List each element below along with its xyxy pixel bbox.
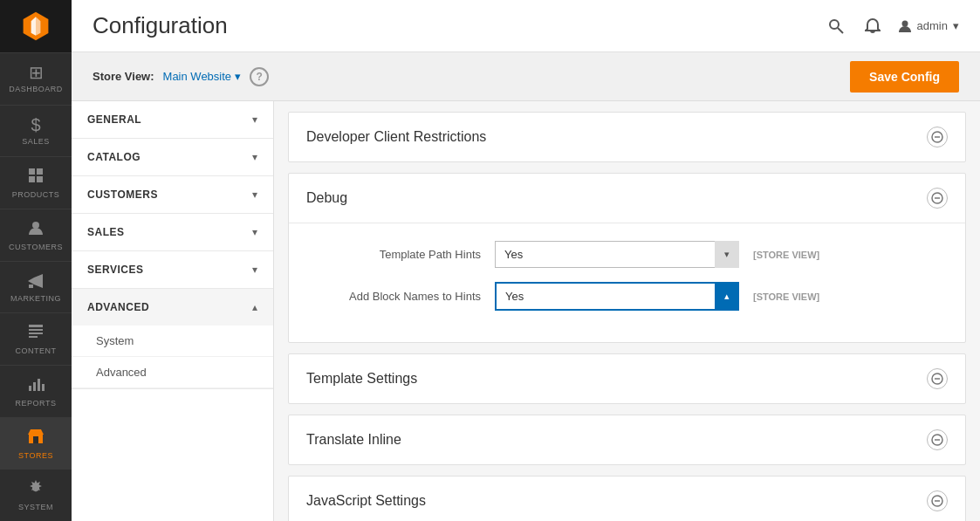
- template-path-hints-label: Template Path Hints: [306, 248, 481, 261]
- chevron-down-icon: ▾: [252, 264, 257, 276]
- config-section-header-debug[interactable]: Debug: [289, 174, 965, 223]
- admin-menu-button[interactable]: admin ▾: [898, 19, 959, 33]
- sidebar-item-label: PRODUCTS: [12, 190, 60, 199]
- sidebar-item-label: SALES: [22, 137, 50, 146]
- help-icon[interactable]: ?: [250, 67, 269, 86]
- template-path-hints-select[interactable]: Yes No: [495, 241, 739, 268]
- sidebar-item-label: REPORTS: [16, 399, 57, 408]
- svg-rect-15: [29, 386, 31, 391]
- products-icon: [27, 167, 45, 187]
- config-section-title-template-settings: Template Settings: [306, 371, 417, 387]
- config-row-template-path-hints: Template Path Hints Yes No ▾ [STORE VIEW…: [306, 241, 948, 268]
- search-button[interactable]: [825, 15, 847, 38]
- config-section-toggle-template-settings[interactable]: [927, 368, 948, 389]
- reports-icon: [27, 375, 45, 395]
- page-title: Configuration: [93, 12, 228, 39]
- config-row-add-block-names: Add Block Names to Hints Yes No ▴ [STORE…: [306, 282, 948, 311]
- sidebar-item-customers[interactable]: CUSTOMERS: [0, 209, 72, 261]
- svg-point-22: [830, 20, 839, 29]
- store-view-group: Store View: Main Website ▾ ?: [93, 67, 269, 86]
- svg-marker-9: [34, 274, 43, 288]
- collapse-icon: [931, 495, 943, 507]
- chevron-up-icon: ▴: [252, 301, 257, 313]
- svg-rect-11: [29, 325, 43, 327]
- config-section-header-javascript-settings[interactable]: JavaScript Settings: [289, 476, 965, 521]
- store-view-label: Store View:: [93, 70, 154, 83]
- nav-section-catalog: CATALOG ▾: [72, 139, 273, 176]
- config-section-toggle-developer[interactable]: [927, 127, 948, 147]
- system-icon: [27, 479, 45, 499]
- toolbar: Store View: Main Website ▾ ? Save Config: [72, 52, 980, 101]
- sidebar-item-stores[interactable]: STORES: [0, 417, 72, 470]
- sidebar-item-marketing[interactable]: MARKETING: [0, 261, 72, 313]
- config-section-header-translate-inline[interactable]: Translate Inline: [289, 415, 965, 464]
- add-block-names-select-wrapper: Yes No ▴: [495, 282, 739, 311]
- content-area: GENERAL ▾ CATALOG ▾ CUSTOMERS ▾: [72, 101, 980, 521]
- collapse-icon: [931, 434, 943, 446]
- chevron-down-icon: ▾: [252, 113, 257, 126]
- add-block-names-label: Add Block Names to Hints: [306, 290, 481, 303]
- config-section-title-debug: Debug: [306, 190, 347, 206]
- svg-rect-20: [33, 436, 38, 443]
- sidebar-item-label: STORES: [18, 451, 53, 460]
- nav-section-header-customers[interactable]: CUSTOMERS ▾: [72, 176, 273, 213]
- add-block-names-select[interactable]: Yes No: [495, 282, 739, 311]
- nav-section-advanced: ADVANCED ▴ System Advanced: [72, 289, 273, 389]
- right-panel: Developer Client Restrictions Debug: [274, 101, 980, 521]
- nav-section-customers: CUSTOMERS ▾: [72, 176, 273, 214]
- chevron-down-icon: ▾: [252, 226, 257, 238]
- sidebar-item-dashboard[interactable]: ⊞ DASHBOARD: [0, 52, 72, 105]
- config-section-toggle-translate-inline[interactable]: [927, 429, 948, 450]
- notification-button[interactable]: [861, 15, 884, 38]
- sidebar-item-sales[interactable]: $ SALES: [0, 105, 72, 157]
- svg-rect-3: [29, 168, 35, 175]
- store-view-select[interactable]: Main Website ▾: [163, 70, 242, 83]
- page-header: Configuration admin ▾: [72, 0, 980, 52]
- config-section-header-template-settings[interactable]: Template Settings: [289, 354, 965, 403]
- sidebar-item-products[interactable]: PRODUCTS: [0, 156, 72, 209]
- collapse-icon: [931, 373, 943, 385]
- nav-section-header-catalog[interactable]: CATALOG ▾: [72, 139, 273, 175]
- svg-rect-6: [37, 176, 43, 182]
- config-section-toggle-javascript-settings[interactable]: [927, 490, 948, 511]
- config-section-title-translate-inline: Translate Inline: [306, 432, 401, 448]
- add-block-names-store-view-tag: [STORE VIEW]: [753, 291, 819, 302]
- svg-rect-17: [38, 379, 40, 391]
- customers-icon: [27, 219, 45, 239]
- nav-sub-item-system[interactable]: System: [72, 326, 273, 357]
- config-section-title-javascript-settings: JavaScript Settings: [306, 493, 426, 509]
- marketing-icon: [27, 272, 45, 291]
- admin-label: admin: [917, 19, 948, 32]
- nav-section-header-general[interactable]: GENERAL ▾: [72, 101, 273, 138]
- nav-section-general: GENERAL ▾: [72, 101, 273, 139]
- template-path-hints-store-view-tag: [STORE VIEW]: [753, 250, 819, 260]
- config-section-developer-client-restrictions: Developer Client Restrictions: [288, 112, 966, 162]
- svg-rect-10: [29, 284, 33, 288]
- svg-rect-4: [37, 168, 43, 175]
- nav-sub-item-advanced[interactable]: Advanced: [72, 357, 273, 388]
- left-nav: GENERAL ▾ CATALOG ▾ CUSTOMERS ▾: [72, 101, 274, 521]
- config-section-body-debug: Template Path Hints Yes No ▾ [STORE VIEW…: [289, 223, 965, 342]
- sidebar-logo: [0, 0, 72, 52]
- sidebar-item-content[interactable]: CONTENT: [0, 312, 72, 365]
- svg-marker-8: [28, 278, 34, 284]
- header-actions: admin ▾: [825, 15, 959, 38]
- sidebar-item-reports[interactable]: REPORTS: [0, 365, 72, 417]
- sidebar-item-system[interactable]: SYSTEM: [0, 469, 72, 521]
- nav-section-label-sales: SALES: [87, 226, 125, 238]
- store-view-arrow-icon: ▾: [235, 70, 241, 83]
- sidebar-item-label: CONTENT: [16, 346, 57, 355]
- nav-section-header-services[interactable]: SERVICES ▾: [72, 251, 273, 288]
- nav-section-label-catalog: CATALOG: [87, 151, 140, 163]
- stores-icon: [27, 428, 45, 448]
- svg-rect-14: [29, 336, 38, 338]
- nav-section-header-advanced[interactable]: ADVANCED ▴: [72, 289, 273, 326]
- sidebar-item-label: MARKETING: [10, 294, 61, 303]
- config-section-header-developer[interactable]: Developer Client Restrictions: [289, 113, 965, 161]
- nav-section-label-services: SERVICES: [87, 264, 143, 276]
- nav-section-header-sales[interactable]: SALES ▾: [72, 214, 273, 250]
- collapse-icon: [931, 192, 943, 204]
- admin-avatar-icon: [898, 19, 912, 33]
- config-section-toggle-debug[interactable]: [927, 188, 948, 209]
- save-config-button[interactable]: Save Config: [850, 61, 959, 93]
